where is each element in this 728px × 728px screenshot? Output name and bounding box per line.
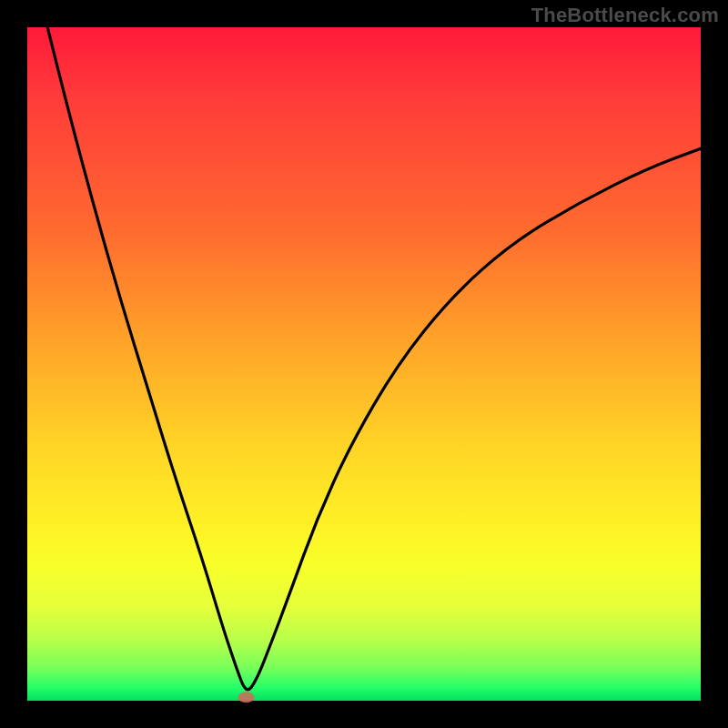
watermark-label: TheBottleneck.com: [531, 4, 719, 27]
minimum-marker: [238, 692, 255, 703]
curve-svg: [27, 27, 701, 701]
chart-frame: TheBottleneck.com: [0, 0, 728, 728]
plot-area: [27, 27, 701, 701]
bottleneck-curve: [47, 27, 701, 690]
